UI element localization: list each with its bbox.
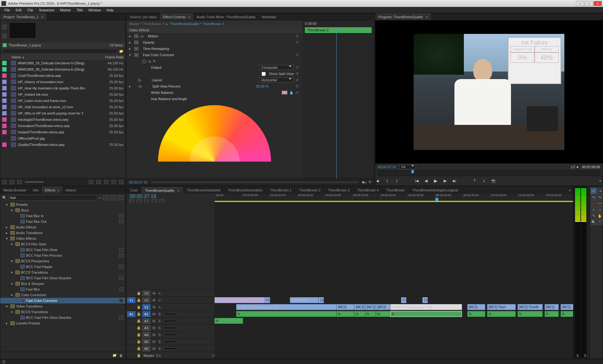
ec-timeline-clip[interactable]: ThomBrown 2 [305,27,372,33]
reset-icon[interactable]: ↺ [296,84,300,88]
clip-transition[interactable]: Cro [422,297,428,303]
mask-pen-icon[interactable]: ✎ [153,59,156,63]
twirl-icon[interactable]: ▾ [11,208,14,212]
effects-tree[interactable]: ▾ Presets ▾ Blurs Fast Blur In Fast Blur… [0,202,125,352]
lock-icon[interactable]: 🔒 [136,353,142,357]
tab-metadata[interactable]: Metadata [259,14,280,20]
solo-icon[interactable]: S [157,326,162,330]
effects-item[interactable]: BCC Fast Film Glow Dissolve [0,275,125,281]
clip[interactable]: [MC1] [545,304,559,310]
go-to-in-button[interactable]: |◀ [414,178,419,183]
effects-folder[interactable]: ▾ Color Correction [0,292,125,298]
timeline-ruler[interactable]: :00:0000:00:05:0000:00:10:0000:00:15:000… [215,194,573,203]
track-target-a2[interactable]: A2 [142,318,150,324]
label-color-swatch[interactable] [2,92,7,97]
clip[interactable]: [MC2] ThomB [518,304,543,310]
twirl-icon[interactable]: ▸ [6,321,9,325]
project-search-input[interactable] [2,49,117,54]
slide-tool[interactable]: ⊃ [597,207,603,212]
project-item[interactable]: Innovation/ThomBrown-intros.aep 25.00 fp… [0,123,125,129]
effects-folder[interactable]: ▾ Video Effects [0,236,125,241]
effects-folder[interactable]: ▾ Blurs [0,207,125,213]
effects-item[interactable]: Fast Blur [0,286,125,292]
program-video-view[interactable]: Ink Failure Original HP InkRefill Ink 0%… [375,20,603,163]
ec-master-clip[interactable]: Master * ThomBrown 2 [129,22,164,26]
label-color-swatch[interactable] [2,99,7,103]
fx-badge[interactable]: fx [134,34,139,38]
reset-icon[interactable]: ↺ [296,34,300,38]
project-item[interactable]: Inkologist/ThomBrown-intros.aep 25.00 fp… [0,116,125,123]
twirl-icon[interactable]: ▾ [11,293,14,297]
eyedropper-icon[interactable]: 💧 [289,91,294,95]
sequence-tab[interactable]: Cost [127,187,141,193]
program-timecode-current[interactable]: 00:00:37:19 [378,165,396,169]
reset-icon[interactable]: ↺ [296,78,300,82]
audio-clip[interactable]: fx [487,311,516,317]
project-item[interactable]: HP_Instant Ink.mov 25.00 fps [0,91,125,98]
new-bin-icon[interactable] [104,180,108,184]
clip-selected[interactable]: fx [MC1] ThomBrown 2 [V] [390,304,462,310]
timeline-timecode[interactable]: 00:00:37:19 [127,194,171,199]
hand-tool[interactable]: ✋ [597,213,603,219]
effects-item[interactable]: BCC Fast Film Glow [0,247,125,253]
clip[interactable]: [MC1] Thom [487,304,516,310]
clip[interactable]: [MC2] [354,304,365,310]
mute-icon[interactable]: M [151,319,157,323]
auto-match-icon[interactable] [89,180,93,184]
solo-icon[interactable]: S [157,347,162,351]
twirl-icon[interactable]: ▾ [11,310,14,314]
type-tool[interactable]: T [597,219,603,225]
slip-tool[interactable]: ⊂ [591,207,596,212]
audio-clip[interactable]: fx [518,311,543,317]
effects-folder[interactable]: ▾ Video Transitions [0,303,125,309]
track-select-tool[interactable]: ⇥ [597,188,603,194]
tab-media-browser[interactable]: Media Browser [0,187,30,193]
effects-folder[interactable]: ▾ BCC9 Perspective [0,258,125,264]
menu-file[interactable]: File [2,8,13,13]
effects-search-input[interactable] [8,195,97,201]
label-color-swatch[interactable] [2,73,7,78]
project-item[interactable]: Cost/ThomBrown-intros.aep 25.00 fps [0,72,125,79]
mask-ellipse-icon[interactable]: ◯ [142,59,146,63]
effects-folder[interactable]: ▸ Audio Transitions [0,230,125,236]
zoom-tool[interactable]: 🔍 [591,219,596,225]
white-balance-swatch[interactable] [282,91,287,94]
clip[interactable]: [MC2] [467,304,485,310]
project-item[interactable]: HP_How Hp maintains ink quality-Thom Bro… [0,85,125,91]
twirl-icon[interactable]: ▾ [6,203,9,207]
hue-color-wheel[interactable] [158,105,271,162]
new-bin-icon[interactable]: 📁 [119,49,123,53]
razor-tool[interactable]: ✂ [597,201,603,206]
panel-menu-icon[interactable]: ≡ [426,15,428,19]
mute-icon[interactable]: M [151,333,157,337]
twirl-icon[interactable]: ▸ [129,34,132,38]
menu-title[interactable]: Title [74,8,85,13]
audio-clip[interactable]: fx [365,311,376,317]
clip[interactable]: [MC2] [336,304,354,310]
tab-audio-mixer[interactable]: Audio Track Mixer: ThomBrownQuality [193,14,258,20]
twirl-icon[interactable]: ▾ [11,242,14,246]
label-color-swatch[interactable] [2,80,7,84]
output-dropdown[interactable]: Composite [259,65,294,70]
panel-menu-icon[interactable]: ≡ [57,188,59,192]
clip[interactable]: 00000.MT [290,297,318,303]
lock-icon[interactable]: 🔒 [136,305,142,309]
show-split-view-checkbox[interactable] [262,72,266,76]
label-color-swatch[interactable] [2,136,7,141]
toggle-output-icon[interactable]: 👁 [151,292,157,295]
clip-transition[interactable]: Cro [401,297,406,303]
lock-icon[interactable]: 🔒 [136,333,142,337]
sync-lock-icon[interactable]: ⎋ [157,298,162,302]
twirl-icon[interactable]: ▾ [11,270,14,275]
tab-program[interactable]: Program: ThomBrownQuality ≡ [375,13,431,20]
tab-history[interactable]: History [62,187,79,193]
audio-clip[interactable]: fx [376,311,390,317]
ripple-edit-tool[interactable]: ⇆ [591,194,596,200]
audio-clip[interactable]: fx [561,311,573,317]
project-item[interactable]: HP_Learn more end frame.mov 25.00 fps [0,98,125,104]
effects-item[interactable]: BCC Fast Film Process [0,253,125,258]
mark-in-button[interactable]: { [385,178,390,183]
new-item-icon[interactable] [111,180,116,184]
project-item[interactable]: HP_History of innovation.mov 25.00 fps [0,79,125,85]
solo-icon[interactable]: S [157,319,162,323]
